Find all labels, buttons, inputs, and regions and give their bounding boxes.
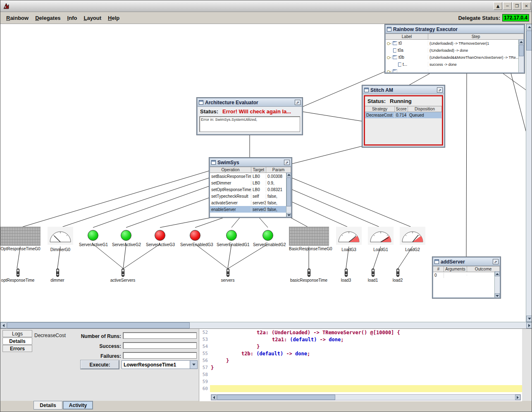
scroll-up-icon[interactable]	[519, 39, 524, 44]
architecture-evaluator-frame[interactable]: Architecture Evaluator ⇗ Status: Error! …	[197, 98, 303, 135]
editor-horizontal-scrollbar[interactable]	[211, 394, 521, 400]
column-num[interactable]: #	[433, 266, 444, 272]
scroll-up-icon[interactable]	[526, 24, 532, 30]
table-row[interactable]: setDimmer LB0 0.9,	[210, 180, 291, 186]
column-operation[interactable]: Operation	[210, 167, 251, 172]
add-server-frame[interactable]: addServer ⇗ # Arguments Outcome 0	[432, 257, 501, 298]
scroll-thumb[interactable]	[526, 31, 532, 50]
scroll-right-icon[interactable]	[526, 322, 532, 328]
column-score[interactable]: Score	[395, 106, 408, 112]
menu-help[interactable]: Help	[105, 14, 122, 22]
table-row[interactable]: t0b (Underloaded&&MoreThanOneActiveServe…	[386, 54, 524, 61]
add-server-scrollbar[interactable]	[494, 271, 500, 298]
gauge-loadg3[interactable]: LoadG3	[336, 227, 362, 252]
table-row[interactable]: t0a (!Underloaded) -> done	[386, 47, 524, 54]
chevron-down-icon[interactable]	[190, 361, 197, 369]
column-param[interactable]: Param	[266, 167, 291, 172]
minimize-button[interactable]: ─	[503, 2, 512, 10]
success-input[interactable]	[123, 342, 197, 349]
gauge-basicresponsetime[interactable]: BasicResponseTimeG0	[289, 227, 329, 251]
probe-load3[interactable]: load3	[334, 268, 358, 283]
close-button[interactable]: ✕	[522, 2, 531, 10]
popout-icon[interactable]: ⇗	[284, 160, 290, 165]
scroll-thumb[interactable]	[519, 45, 524, 56]
popout-icon[interactable]: ⇗	[437, 87, 443, 93]
menu-layout[interactable]: Layout	[81, 14, 104, 22]
gauge-loadg2[interactable]: LoadG2	[399, 227, 426, 252]
column-target[interactable]: Target	[251, 167, 266, 172]
code-line[interactable]: 55 t2b: (default) -> done;	[199, 350, 522, 357]
stitch-am-titlebar[interactable]: Stitch AM ⇗	[363, 86, 444, 94]
column-label[interactable]: Label	[386, 34, 428, 39]
scroll-thumb[interactable]	[286, 177, 291, 206]
table-row[interactable]: t0 (Underloaded) -> TRemoveServer(1	[386, 40, 524, 47]
gauge-optresponsetime[interactable]: OptResponseTimeG0	[0, 227, 41, 251]
menu-delegates[interactable]: Delegates	[33, 14, 63, 22]
scroll-up-icon[interactable]	[495, 271, 500, 276]
probe-activeservers[interactable]: activeServers	[108, 268, 138, 283]
swimsys-titlebar[interactable]: SwimSys ⇗	[210, 158, 291, 167]
scroll-right-icon[interactable]	[515, 395, 520, 400]
scroll-thumb[interactable]	[217, 395, 335, 400]
tree-toggle-icon[interactable]	[387, 70, 391, 73]
code-line[interactable]: 52 t2a: (UnderLoaded) -> TRemoveServer()…	[199, 329, 522, 336]
table-row[interactable]: setBasicResponseTime LB0 0.00308	[210, 173, 291, 180]
menu-info[interactable]: Info	[65, 14, 80, 22]
shade-button[interactable]: ▲	[494, 2, 502, 10]
strategy-executor-titlebar[interactable]: Rainbow Strategy Executor	[386, 25, 524, 34]
strategy-executor-scrollbar[interactable]	[518, 39, 524, 73]
runs-input[interactable]	[123, 332, 197, 339]
failures-input[interactable]	[123, 352, 197, 359]
column-arguments[interactable]: Arguments	[444, 266, 467, 272]
code-line[interactable]: 59	[199, 378, 522, 385]
probe-optresponsetime[interactable]: optResponseTime	[0, 268, 35, 283]
model-canvas[interactable]: Rainbow Strategy Executor Label Step t0 …	[0, 24, 532, 322]
footer-tab-details[interactable]: Details	[33, 401, 62, 410]
swimsys-scrollbar[interactable]	[286, 172, 291, 218]
swimsys-frame[interactable]: SwimSys ⇗ Operation Target Param setBasi…	[209, 158, 292, 218]
code-line[interactable]: 56 }	[199, 357, 522, 364]
tab-details[interactable]: Details	[2, 338, 32, 345]
scroll-up-icon[interactable]	[286, 172, 291, 177]
probe-dimmer[interactable]: dimmer	[45, 268, 70, 283]
stitch-code-editor[interactable]: 52 t2a: (UnderLoaded) -> TRemoveServer()…	[199, 329, 522, 401]
popout-icon[interactable]: ⇗	[295, 100, 301, 105]
scroll-down-icon[interactable]	[526, 316, 532, 322]
strategy-executor-frame[interactable]: Rainbow Strategy Executor Label Step t0 …	[385, 24, 525, 73]
code-line[interactable]: 57 }	[199, 364, 522, 371]
tab-logs[interactable]: Logs	[2, 330, 32, 337]
code-line[interactable]: 54 }	[199, 343, 522, 350]
probe-load2[interactable]: load2	[386, 268, 409, 283]
footer-tab-activity[interactable]: Activity	[63, 401, 93, 410]
architecture-evaluator-titlebar[interactable]: Architecture Evaluator ⇗	[198, 98, 302, 107]
code-line-highlighted[interactable]: 60	[199, 385, 522, 392]
maximize-button[interactable]: ❐	[513, 2, 521, 10]
window-titlebar[interactable]: ▲ ─ ❐ ✕	[0, 0, 532, 12]
scroll-down-icon[interactable]	[286, 213, 291, 218]
code-line[interactable]: 58	[199, 371, 522, 378]
table-row-clipped[interactable]	[386, 68, 524, 73]
add-server-titlebar[interactable]: addServer ⇗	[433, 258, 500, 266]
canvas-vertical-scrollbar[interactable]	[526, 24, 532, 322]
canvas-horizontal-scrollbar[interactable]	[0, 322, 532, 328]
gauge-serverenabledg3[interactable]: ServerEnabledG3	[180, 227, 210, 247]
execute-button[interactable]: Execute:	[81, 360, 119, 369]
gauge-serverenabledg1[interactable]: ServerEnabledG1	[217, 227, 246, 247]
scroll-left-icon[interactable]	[0, 322, 7, 328]
table-row[interactable]: setTypecheckResult self false,	[210, 193, 291, 199]
table-row[interactable]: t... success -> done	[386, 61, 524, 68]
table-row[interactable]: activateServer server3 false,	[210, 199, 291, 206]
column-disposition[interactable]: Disposition	[408, 106, 442, 112]
stitch-am-frame[interactable]: Stitch AM ⇗ Status: Running Strategy Sco…	[362, 85, 445, 147]
code-line[interactable]: 53 t2a1: (default) -> done;	[199, 336, 522, 343]
column-step[interactable]: Step	[428, 34, 524, 39]
strategy-select[interactable]: LowerResponseTime1	[122, 360, 198, 369]
gauge-loadg1[interactable]: LoadG1	[367, 227, 394, 252]
tab-errors[interactable]: Errors	[2, 345, 32, 352]
scroll-left-icon[interactable]	[211, 395, 217, 400]
tree-toggle-icon[interactable]	[387, 42, 391, 45]
gauge-serveractiveg3[interactable]: ServerActiveG3	[146, 227, 174, 247]
gauge-serverenabledg2[interactable]: ServerEnabledG2	[253, 227, 283, 247]
table-row[interactable]: DecreaseCost 0.714 Queued	[365, 112, 442, 118]
popout-icon[interactable]: ⇗	[493, 259, 499, 264]
